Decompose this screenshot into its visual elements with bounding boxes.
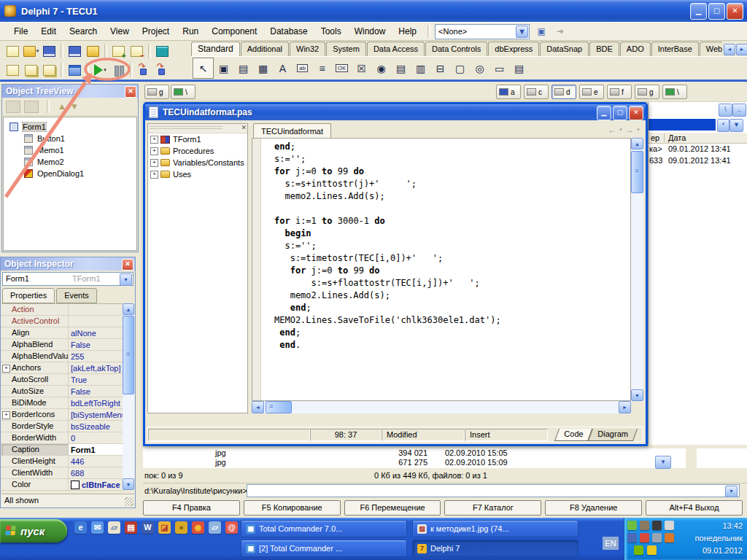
frames-component-icon[interactable]: ▣ xyxy=(214,58,233,78)
menu-item-help[interactable]: Help xyxy=(392,23,423,39)
scroll-down-icon[interactable]: ▼ xyxy=(123,478,134,490)
palette-tab-data-access[interactable]: Data Access xyxy=(367,42,425,56)
delete-item-icon[interactable] xyxy=(24,101,39,113)
scroll-up-icon[interactable]: ▲ xyxy=(123,303,134,315)
word-icon[interactable]: W xyxy=(142,521,154,534)
taskbar-button-delphi-7[interactable]: 7Delphi 7 xyxy=(412,540,578,557)
mainmenu-component-icon[interactable]: ▤ xyxy=(233,58,253,78)
property-row-clientheight[interactable]: ClientHeight446 xyxy=(1,456,124,467)
open-project-button[interactable] xyxy=(84,43,102,60)
tc-file-row[interactable]: jpg671 27502.09.2010 15:09 xyxy=(143,458,686,467)
panel-component-icon[interactable]: ▭ xyxy=(489,58,509,78)
taskbar-button-total-commander-7-0-[interactable]: ▦Total Commander 7.0... xyxy=(241,520,407,537)
explorer-item-tform1[interactable]: +TForm1 xyxy=(148,133,247,145)
palette-scroll-right-icon[interactable]: ► xyxy=(736,44,747,55)
drive-button-net[interactable]: \ xyxy=(662,85,687,99)
palette-tab-bde[interactable]: BDE xyxy=(589,42,619,56)
tc-column-headers[interactable]: ер Дата xyxy=(649,133,747,144)
edit-component-icon[interactable]: ab xyxy=(293,58,312,78)
show-desktop-icon[interactable]: ▱ xyxy=(108,521,120,534)
cursor-tool-icon[interactable]: ↖ xyxy=(193,58,214,79)
property-value[interactable]: 446 xyxy=(69,456,124,467)
tray-mail-agent-icon[interactable] xyxy=(640,533,649,542)
editor-titlebar[interactable]: TECUindatformat.pas ▁ ▢ ✕ xyxy=(145,104,646,120)
property-value[interactable]: False xyxy=(69,339,124,350)
scroll-down-icon[interactable]: ▼ xyxy=(631,389,643,401)
help-contents-button[interactable] xyxy=(153,43,171,60)
minimize-button[interactable]: ▁ xyxy=(690,3,707,20)
tray-network-error-icon[interactable] xyxy=(627,533,637,542)
tree-item-button1[interactable]: Button1 xyxy=(4,133,136,144)
popupmenu-component-icon[interactable]: ▦ xyxy=(253,58,273,78)
listbox-component-icon[interactable]: ▤ xyxy=(391,58,411,78)
property-row-bidimode[interactable]: BiDiModebdLeftToRight xyxy=(1,397,124,409)
total-commander-icon[interactable]: ▤ xyxy=(125,521,137,534)
drive-button-net[interactable]: \ xyxy=(171,85,196,99)
palette-tab-system[interactable]: System xyxy=(326,42,366,56)
tray-radio-icon[interactable] xyxy=(647,545,657,555)
menu-item-window[interactable]: Window xyxy=(348,23,392,39)
radiogroup-component-icon[interactable]: ◎ xyxy=(470,58,489,78)
editor-vertical-scrollbar[interactable]: ▲ ▼ xyxy=(631,138,643,401)
property-row-alphablend[interactable]: AlphaBlendFalse xyxy=(1,339,124,351)
add-file-to-project-button[interactable] xyxy=(109,43,128,60)
scroll-thumb[interactable] xyxy=(631,151,643,193)
tc-command-input[interactable]: ▼ xyxy=(247,484,740,497)
tray-dictionary-icon[interactable] xyxy=(665,533,674,542)
property-value[interactable]: clBtnFace xyxy=(69,479,124,490)
fkey-button-f7[interactable]: F7 Каталог xyxy=(444,500,541,516)
save-all-button[interactable] xyxy=(66,43,84,60)
chevron-down-icon[interactable]: ▼ xyxy=(516,26,528,38)
expand-icon[interactable]: + xyxy=(150,136,158,144)
tray-volume-icon[interactable] xyxy=(652,533,662,542)
outlook-express-icon[interactable]: ✉ xyxy=(91,521,104,534)
menu-item-run[interactable]: Run xyxy=(176,23,205,39)
property-value[interactable]: 688 xyxy=(69,467,124,478)
explorer-item-variables-constants[interactable]: +Variables/Constants xyxy=(148,157,247,168)
property-value[interactable]: alNone xyxy=(69,327,124,338)
tc-path-bar[interactable] xyxy=(649,119,716,131)
expand-icon[interactable]: + xyxy=(150,147,158,155)
scroll-up-icon[interactable]: ▲ xyxy=(631,138,643,149)
scroll-right-icon[interactable]: ► xyxy=(619,401,631,413)
drive-button-e[interactable]: e xyxy=(579,85,604,99)
drive-button-g[interactable]: g xyxy=(635,85,659,99)
view-form-button[interactable] xyxy=(40,62,58,79)
open-button[interactable]: ▾ xyxy=(22,43,40,60)
mailru-icon[interactable]: @ xyxy=(225,521,238,534)
expand-icon[interactable]: + xyxy=(150,171,158,179)
back-dropdown-icon[interactable]: ▼ xyxy=(619,128,623,132)
property-value[interactable] xyxy=(69,316,124,327)
tc-parent-button[interactable]: .. xyxy=(732,104,746,117)
maximize-button[interactable]: ▢ xyxy=(708,3,725,20)
resize-grip[interactable] xyxy=(125,497,133,506)
scrollbar-component-icon[interactable]: ⊟ xyxy=(430,58,450,78)
dropdown-caret-icon[interactable]: ▾ xyxy=(36,48,39,54)
tab-tecuindatformat[interactable]: TECUindatformat xyxy=(253,123,331,138)
combobox-component-icon[interactable]: ▥ xyxy=(411,58,430,78)
explorer-item-uses[interactable]: +Uses xyxy=(148,168,247,180)
fkey-button-f6[interactable]: F6 Перемещение xyxy=(344,500,441,516)
tc-star-button[interactable]: * xyxy=(717,119,729,132)
taskbar-button-к-методике1-jpg-74-[interactable]: ▨к методике1.jpg (74... xyxy=(412,520,578,537)
palette-tab-ado[interactable]: ADO xyxy=(620,42,651,56)
new-desktop-icon[interactable]: ▣ xyxy=(534,24,549,39)
tc-root-button[interactable]: \ xyxy=(719,104,732,117)
palette-tab-win32[interactable]: Win32 xyxy=(290,42,325,56)
new-form-button[interactable] xyxy=(4,62,22,79)
view-tab-code[interactable]: Code xyxy=(554,429,592,441)
save-button[interactable] xyxy=(40,43,58,60)
menu-item-database[interactable]: Database xyxy=(263,23,314,39)
editor-horizontal-scrollbar[interactable]: ◄ ► xyxy=(252,401,631,413)
property-value[interactable]: bdLeftToRight xyxy=(69,397,124,408)
menu-item-edit[interactable]: Edit xyxy=(34,23,63,39)
remove-file-from-project-button[interactable] xyxy=(128,43,146,60)
close-icon[interactable]: ✕ xyxy=(241,124,247,132)
scroll-left-icon[interactable]: ◄ xyxy=(252,401,264,413)
palette-tab-dbexpress[interactable]: dbExpress xyxy=(488,42,539,56)
tc-file-row[interactable]: 63309.01.2012 13:41 xyxy=(649,155,747,167)
back-icon[interactable]: ← xyxy=(608,125,616,135)
property-value[interactable]: True xyxy=(69,374,124,385)
property-value[interactable]: [akLeft,akTop] xyxy=(69,362,124,373)
dropdown-caret-icon[interactable]: ▾ xyxy=(104,67,107,73)
